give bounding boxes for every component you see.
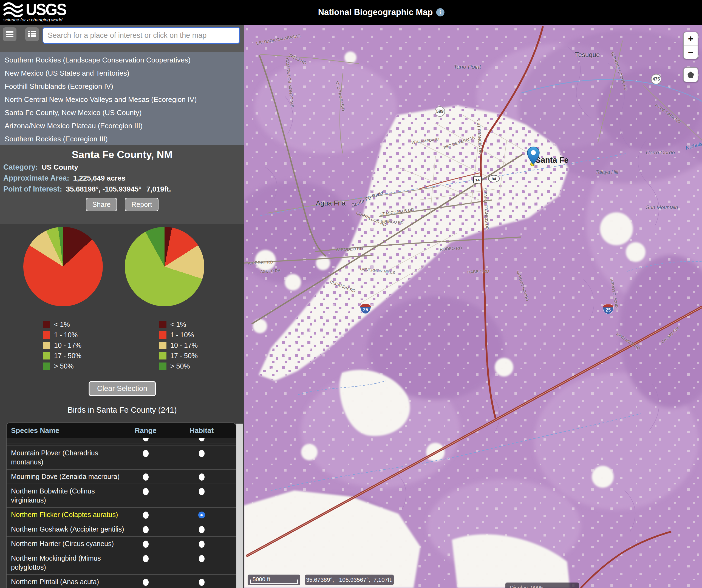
range-radio[interactable] <box>143 579 149 586</box>
suggestion-list: Southern Rockies (Landscape Conservation… <box>0 52 244 145</box>
habitat-radio[interactable] <box>199 473 205 481</box>
menu-button[interactable] <box>3 27 16 41</box>
zoom-in-button[interactable]: + <box>684 32 698 46</box>
app-header: USGS science for a changing world Nation… <box>0 0 702 25</box>
legend-swatch <box>43 362 50 370</box>
poi-label: Point of Interest: <box>3 185 62 193</box>
legend-label: < 1% <box>170 321 186 328</box>
suggestion-item[interactable]: North Central New Mexico Valleys and Mes… <box>0 93 244 106</box>
range-radio[interactable] <box>143 526 149 533</box>
legend-label: 17 - 50% <box>54 352 82 360</box>
scale-bracket <box>250 580 298 584</box>
report-button[interactable]: Report <box>125 198 158 211</box>
category-row: Category:US County <box>3 163 244 171</box>
table-row[interactable] <box>7 438 236 444</box>
habitat-radio[interactable] <box>199 579 205 586</box>
info-icon[interactable]: i <box>436 8 444 16</box>
habitat-pie-chart[interactable] <box>125 227 204 306</box>
page-title: National Biogeographic Map i <box>318 7 445 17</box>
species-name: Northern Bobwhite (Colinusvirginianus) <box>7 487 125 505</box>
habitat-radio[interactable] <box>199 555 205 562</box>
draw-polygon-button[interactable] <box>683 67 698 82</box>
table-row[interactable]: Mountain Plover (Charadriusmontanus) <box>7 446 236 469</box>
species-table-body: Mountain Plover (Charadriusmontanus)Mour… <box>7 438 236 588</box>
legend-row: 1 - 10% <box>159 331 198 339</box>
poi-row: Point of Interest:35.68198°, -105.93945°… <box>3 185 244 193</box>
habitat-pie-legend: < 1%1 - 10%10 - 17%17 - 50%> 50% <box>159 321 198 373</box>
analysis-panel: < 1%1 - 10%10 - 17%17 - 50%> 50% < 1%1 -… <box>0 224 244 588</box>
place-detail-panel: Santa Fe County, NM Category:US County A… <box>0 145 244 224</box>
layer-list-button[interactable] <box>25 27 39 41</box>
legend-row: 17 - 50% <box>43 352 82 360</box>
range-radio[interactable] <box>143 541 149 548</box>
share-button[interactable]: Share <box>86 198 117 211</box>
area-row: Approximate Area:1,225,649 acres <box>3 174 244 182</box>
table-row[interactable]: Northern Flicker (Colaptes auratus) <box>7 507 236 522</box>
legend-swatch <box>43 342 50 349</box>
range-pie-legend: < 1%1 - 10%10 - 17%17 - 50%> 50% <box>43 321 82 373</box>
suggestion-item[interactable]: New Mexico (US States and Territories) <box>0 66 244 80</box>
suggestion-item[interactable]: Southern Rockies (Landscape Conservation… <box>0 53 244 66</box>
place-title: Santa Fe County, NM <box>0 149 244 161</box>
search-bar-row <box>0 25 244 52</box>
range-radio[interactable] <box>143 438 149 441</box>
legend-label: 10 - 17% <box>54 341 82 349</box>
suggestion-item[interactable]: Santa Fe County, New Mexico (US County) <box>0 106 244 119</box>
legend-swatch <box>159 352 166 359</box>
species-name: Mountain Plover (Charadriusmontanus) <box>7 449 125 467</box>
table-row[interactable]: Northern Pintail (Anas acuta) <box>7 574 236 588</box>
table-row[interactable]: Northern Mockingbird (Mimuspolyglottos) <box>7 551 236 574</box>
search-input[interactable] <box>42 27 240 44</box>
pentagon-icon <box>687 71 695 79</box>
species-name: Northern Harrier (Circus cyaneus) <box>7 539 125 548</box>
habitat-radio[interactable] <box>199 450 205 457</box>
sidebar: Southern Rockies (Landscape Conservation… <box>0 25 244 588</box>
legend-row: > 50% <box>159 362 198 370</box>
table-row[interactable]: Northern Bobwhite (Colinusvirginianus) <box>7 484 236 507</box>
table-row[interactable]: Northern Goshawk (Accipiter gentilis) <box>7 522 236 536</box>
habitat-radio[interactable] <box>199 526 205 533</box>
legend-swatch <box>43 352 50 359</box>
habitat-radio[interactable] <box>198 511 205 519</box>
suggestion-item[interactable]: Southern Rockies (Ecoregion III) <box>0 132 244 145</box>
range-radio[interactable] <box>143 488 149 495</box>
table-row[interactable]: Northern Harrier (Circus cyaneus) <box>7 536 236 551</box>
range-radio[interactable] <box>143 473 149 481</box>
suggestion-item[interactable]: Arizona/New Mexico Plateau (Ecoregion II… <box>0 119 244 132</box>
map-canvas[interactable] <box>243 25 702 588</box>
category-label: Category: <box>3 163 38 171</box>
clear-selection-button[interactable]: Clear Selection <box>89 381 156 396</box>
scale-bar: 5000 ft <box>248 575 300 585</box>
range-pie-chart[interactable] <box>23 227 103 306</box>
legend-swatch <box>159 331 166 339</box>
column-species-name: Species Name <box>7 426 125 435</box>
app-window: TesuqueTano PointTANO RDCAM DE LOS MONTO… <box>0 0 702 588</box>
coordinates-text: 35.67389°, -105.93567°, 7,107ft. <box>306 577 393 583</box>
title-text: National Biogeographic Map <box>318 7 433 17</box>
hamburger-icon <box>6 31 13 37</box>
table-row[interactable]: Mourning Dove (Zenaida macroura) <box>7 469 236 484</box>
legend-label: < 1% <box>54 321 70 328</box>
habitat-radio[interactable] <box>199 541 205 548</box>
column-range: Range <box>125 426 166 435</box>
legend-label: 1 - 10% <box>54 331 78 339</box>
range-radio[interactable] <box>143 511 149 519</box>
range-radio[interactable] <box>143 555 149 562</box>
legend-swatch <box>159 321 166 328</box>
suggestion-item[interactable]: Foothill Shrublands (Ecoregion IV) <box>0 80 244 93</box>
list-icon <box>28 31 36 37</box>
range-radio[interactable] <box>143 450 149 457</box>
sidebar-scrollbar-track[interactable] <box>236 424 243 588</box>
poi-elevation: 7,019ft. <box>146 185 171 193</box>
legend-row: < 1% <box>43 321 82 328</box>
legend-swatch <box>43 321 50 328</box>
habitat-radio[interactable] <box>199 438 205 441</box>
usgs-logo: USGS science for a changing world <box>3 1 66 23</box>
legend-swatch <box>159 342 166 349</box>
species-table-header: Species Name Range Habitat <box>7 423 236 438</box>
species-name: Northern Mockingbird (Mimuspolyglottos) <box>7 554 125 572</box>
logo-text: USGS <box>26 0 66 19</box>
area-label: Approximate Area: <box>3 174 70 182</box>
zoom-out-button[interactable]: − <box>684 46 698 59</box>
habitat-radio[interactable] <box>199 488 205 495</box>
